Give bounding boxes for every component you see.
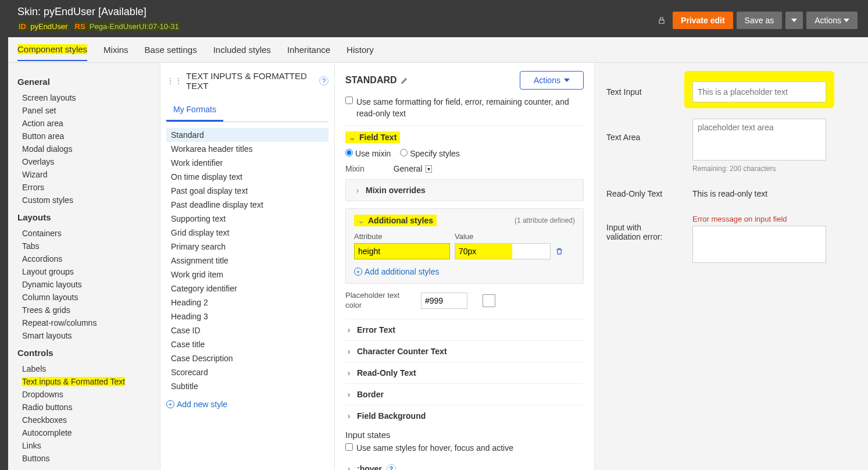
sidebar-item[interactable]: Action area [22,117,155,130]
acc-error-text[interactable]: ›Error Text [345,319,584,340]
preview-readonly-value: This is read-only text [692,189,767,198]
sidebar-item[interactable]: Radio buttons [22,401,155,414]
chevron-down-icon: ⌄ [349,133,356,142]
sidebar-item[interactable]: Modal dialogs [22,143,155,155]
sidebar-item[interactable]: Smart layouts [22,329,155,342]
tab-inheritance[interactable]: Inheritance [287,39,330,60]
format-item[interactable]: Work identifier [166,156,328,170]
placeholder-color-input[interactable] [421,293,467,309]
sidebar-item[interactable]: Trees & grids [22,304,155,316]
acc-readonly[interactable]: ›Read-Only Text [345,362,584,383]
add-additional-styles[interactable]: +Add additional styles [354,267,439,276]
format-item[interactable]: Standard [166,128,328,142]
format-item[interactable]: Primary search [166,240,328,254]
sidebar-item[interactable]: Labels [22,362,155,375]
format-item[interactable]: Assignment title [166,254,328,268]
sidebar-item[interactable]: Wizard [22,168,155,181]
sidebar-item[interactable]: Dropdowns [22,388,155,401]
sidebar-item[interactable]: Tabs [22,240,155,252]
preview-text-input[interactable] [692,81,826,102]
format-item[interactable]: Category identifier [166,282,328,295]
format-item[interactable]: Heading 3 [166,309,328,323]
acc-field-bg[interactable]: ›Field Background [345,405,584,426]
trash-icon[interactable] [555,247,563,256]
add-new-style[interactable]: +Add new style [166,400,227,409]
attribute-name-input[interactable] [354,243,450,259]
acc-char-counter[interactable]: ›Character Counter Text [345,340,584,362]
sidebar-item[interactable]: Repeat-row/columns [22,316,155,329]
sidebar-item-selected[interactable]: Text inputs & Formatted Text [22,375,155,388]
tab-included-styles[interactable]: Included styles [213,39,271,60]
sidebar-item[interactable]: Button area [22,130,155,143]
mixin-value[interactable]: General ▾ [394,164,433,173]
save-as-dropdown[interactable] [785,12,803,29]
actions-button[interactable]: Actions [806,12,858,29]
main-tabs: Component styles Mixins Base settings In… [0,37,868,63]
format-item[interactable]: Work grid item [166,268,328,282]
format-item[interactable]: Workarea header titles [166,142,328,156]
color-swatch[interactable] [483,294,495,307]
private-edit-button[interactable]: Private edit [673,12,733,29]
sidebar-item[interactable]: Links [22,439,155,452]
sidebar-item[interactable]: Dynamic layouts [22,278,155,291]
drag-icon: ⋮⋮ [166,76,183,86]
preview-text-area[interactable] [692,119,826,161]
format-item[interactable]: Supporting text [166,212,328,226]
sidebar-item[interactable]: Custom styles [22,194,155,206]
radio-use-mixin[interactable]: Use mixin [345,149,391,158]
use-same-formatting-label: Use same formatting for field, error, re… [356,97,584,119]
same-states-checkbox[interactable] [345,443,353,451]
sidebar-item[interactable]: Column layouts [22,291,155,304]
radio-specify-styles[interactable]: Specify styles [400,149,459,158]
rs-value: Pega-EndUserUI:07-10-31 [90,22,179,31]
save-as-button[interactable]: Save as [737,12,783,29]
sidebar-item[interactable]: Checkboxes [22,414,155,426]
sidebar-item[interactable]: Layout groups [22,265,155,278]
acc-border[interactable]: ›Border [345,383,584,405]
format-item[interactable]: Case title [166,337,328,351]
sidebar-item[interactable]: Errors [22,181,155,194]
lock-icon[interactable] [654,13,669,28]
format-item[interactable]: Grid display text [166,226,328,240]
format-item[interactable]: Case ID [166,323,328,337]
sidebar-item[interactable]: Buttons [22,452,155,465]
format-item[interactable]: Past deadline display text [166,198,328,212]
format-item[interactable]: Past goal display text [166,184,328,198]
sidebar-item[interactable]: Screen layouts [22,91,155,104]
chevron-right-icon: › [345,347,352,356]
tab-history[interactable]: History [347,39,374,60]
tab-mixins[interactable]: Mixins [103,39,128,60]
sidebar-item[interactable]: Containers [22,227,155,240]
format-item[interactable]: Scorecard [166,365,328,379]
editor-title: STANDARD [345,75,397,86]
tab-component-styles[interactable]: Component styles [17,38,87,61]
additional-styles-head[interactable]: ⌄Additional styles (1 attribute defined) [346,209,583,232]
subtab-myformats[interactable]: My Formats [166,99,223,122]
help-icon[interactable]: ? [387,464,396,470]
format-item[interactable]: On time display text [166,170,328,184]
section-field-text[interactable]: ⌄Field Text [345,131,584,143]
chevron-right-icon: › [345,368,352,378]
mixin-overrides-head[interactable]: ›Mixin overrides [346,180,583,201]
use-same-formatting-checkbox[interactable] [345,97,353,104]
preview-error-input[interactable] [692,226,826,263]
attribute-value-input[interactable] [455,243,551,259]
attr-count: (1 attribute defined) [515,216,575,225]
sidebar-item[interactable]: Accordions [22,252,155,265]
formats-panel: ⋮⋮ TEXT INPUTS & FORMATTED TEXT ? My For… [160,63,335,470]
sidebar-item[interactable]: Overlays [22,155,155,168]
sidebar-item[interactable]: Panel set [22,104,155,117]
sidebar-item[interactable]: Autocomplete [22,426,155,439]
format-item[interactable]: Subtitle [166,379,328,393]
tab-base-settings[interactable]: Base settings [145,39,197,60]
id-label: ID [19,22,26,31]
format-item[interactable]: Heading 2 [166,295,328,309]
format-item[interactable]: Case Description [166,351,328,365]
help-icon[interactable]: ? [319,76,328,86]
remaining-label: Remaining: 200 characters [692,165,826,173]
edit-icon[interactable] [401,76,409,84]
acc-hover[interactable]: ›:hover ? [345,458,584,470]
svg-rect-0 [659,20,664,23]
preview-panel: Text Input Text Area Remaining: 200 char… [595,63,868,470]
editor-actions-button[interactable]: Actions [520,71,584,90]
